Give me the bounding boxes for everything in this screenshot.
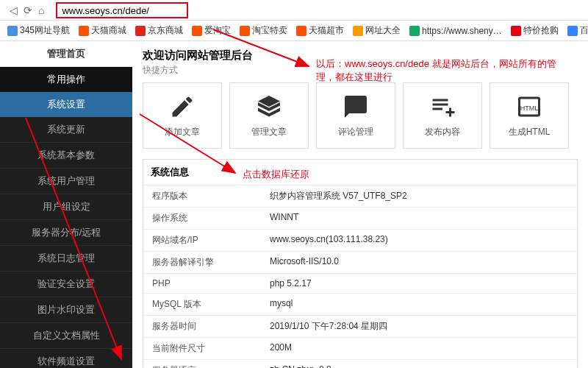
sidebar-header[interactable]: 管理首页: [0, 41, 132, 67]
sidebar-item[interactable]: 系统基本参数: [0, 143, 132, 169]
browser-toolbar: ◁ ⟳ ⌂ www.seoys.cn/dede/: [0, 0, 588, 21]
sidebar-item[interactable]: 自定义文档属性: [0, 323, 132, 349]
sidebar-item[interactable]: 验证安全设置: [0, 272, 132, 297]
info-row: 服务器解译引擎Microsoft-IIS/10.0: [143, 252, 577, 274]
pencil-icon: [169, 93, 196, 120]
sidebar-item[interactable]: 系统更新: [0, 117, 132, 143]
sidebar-item[interactable]: 软件频道设置: [0, 349, 132, 368]
card-manage-article[interactable]: 管理文章: [229, 82, 309, 149]
html-icon: HTML: [516, 93, 542, 120]
sidebar-section-system[interactable]: 系统设置: [0, 92, 132, 117]
bookmark-item[interactable]: 京东商城: [132, 24, 187, 37]
system-info-table: 程序版本织梦内容管理系统 V57_UTF8_SP2 操作系统WINNT 网站域名…: [143, 185, 578, 368]
info-row: 服务器时间2019/1/10 下午7:28:04 星期四: [143, 316, 577, 338]
card-comments[interactable]: 评论管理: [316, 82, 395, 149]
card-publish[interactable]: 发布内容: [403, 82, 482, 149]
comment-icon: [343, 93, 369, 120]
sidebar-item[interactable]: 系统用户管理: [0, 169, 132, 194]
main-content: 欢迎访问网站管理后台 快捷方式 添加文章 管理文章 评论管理 发布内容 HTML…: [132, 41, 588, 368]
bookmark-item[interactable]: 淘宝特卖: [236, 24, 291, 37]
bookmark-item[interactable]: 天猫超市: [293, 24, 348, 37]
quickway-label: 快捷方式: [143, 64, 578, 77]
refresh-icon[interactable]: ⟳: [24, 4, 32, 16]
url-input[interactable]: www.seoys.cn/dede/: [56, 2, 188, 18]
back-icon[interactable]: ◁: [10, 4, 18, 16]
sidebar-item[interactable]: 用户组设定: [0, 194, 132, 220]
sidebar-item[interactable]: 图片水印设置: [0, 297, 132, 323]
stack-icon: [256, 93, 282, 120]
bookmark-item[interactable]: 345网址导航: [4, 24, 74, 37]
bookmark-item[interactable]: 网址大全: [349, 24, 404, 37]
info-row: 当前附件尺寸200M: [143, 338, 577, 360]
card-generate-html[interactable]: HTML生成HTML: [490, 82, 569, 149]
info-row: 程序版本织梦内容管理系统 V57_UTF8_SP2: [143, 185, 577, 208]
sidebar-section-common[interactable]: 常用操作: [0, 67, 132, 92]
bookmark-item[interactable]: 爱淘宝: [188, 24, 234, 37]
card-add-article[interactable]: 添加文章: [143, 82, 222, 149]
info-row: 网站域名/IPwww.seoys.cn(103.111.38.23): [143, 230, 577, 252]
bookmark-item[interactable]: 天猫商城: [75, 24, 130, 37]
info-row: 服务器语言zh-CN,zh;q=0.8: [143, 360, 577, 368]
svg-text:HTML: HTML: [520, 104, 539, 111]
sidebar: 管理首页 常用操作 系统设置 系统更新 系统基本参数 系统用户管理 用户组设定 …: [0, 41, 132, 368]
bookmark-item[interactable]: 特价抢购: [507, 24, 562, 37]
sidebar-item[interactable]: 服务器分布/远程: [0, 220, 132, 246]
bookmark-item[interactable]: 百度一下: [564, 24, 588, 37]
list-add-icon: [429, 93, 456, 120]
system-info-title: 系统信息: [143, 159, 578, 185]
info-row: MySQL 版本mysql: [143, 294, 577, 316]
sidebar-item[interactable]: 系统日志管理: [0, 246, 132, 272]
bookmark-bar: 345网址导航 天猫商城 京东商城 爱淘宝 淘宝特卖 天猫超市 网址大全 htt…: [0, 21, 588, 41]
page-title: 欢迎访问网站管理后台: [143, 49, 578, 63]
bookmark-item[interactable]: https://www.sheny…: [406, 26, 506, 36]
home-icon[interactable]: ⌂: [38, 4, 44, 16]
lock-icon: [409, 26, 420, 36]
info-row: 操作系统WINNT: [143, 208, 577, 230]
info-row: PHPphp 5.2.17: [143, 274, 577, 294]
